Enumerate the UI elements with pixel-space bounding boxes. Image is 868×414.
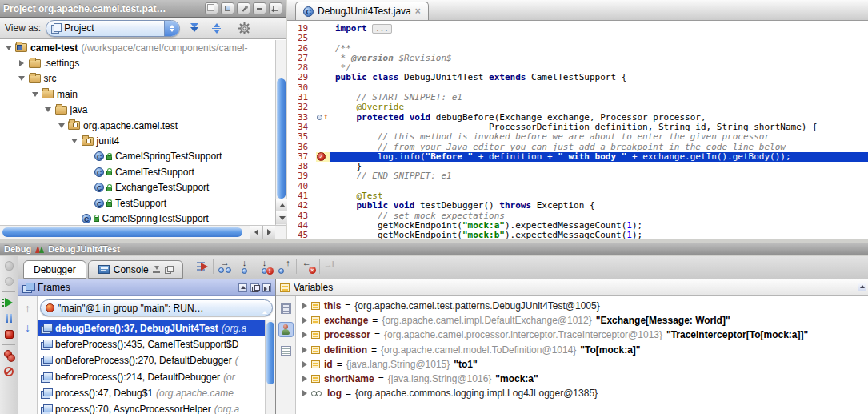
code-editor[interactable]: 19import ...2526/**27 * @version $Revisi… [287,22,868,239]
scroll-right-button[interactable] [262,226,275,239]
overrides-method-icon[interactable]: ↑ [317,113,328,122]
variable-row[interactable]: exchange = {org.apache.camel.impl.Defaul… [296,313,868,328]
show-execution-point-button[interactable] [193,259,210,275]
line-number[interactable]: 36 [294,143,316,152]
tab-debugger[interactable]: Debugger [23,260,86,279]
thread-selector[interactable]: "main"@1 in group "main": RUN… [40,299,273,316]
variable-row[interactable]: definition = {org.apache.camel.model.ToD… [296,343,868,357]
force-step-into-button[interactable]: ↓! [256,259,274,275]
hide-panel-icon[interactable] [262,283,271,292]
dock-tab-icon[interactable] [153,266,161,274]
view-options-button[interactable] [278,343,294,358]
gutter-icon-area[interactable] [316,182,330,191]
hscroll-thumb[interactable] [2,227,242,237]
pin-window-icon[interactable] [237,2,250,14]
line-number[interactable]: 39 [294,171,316,181]
gutter-icon-area[interactable] [316,143,330,152]
pause-button[interactable] [2,312,15,324]
scroll-left-button[interactable] [250,226,262,239]
float-tab-icon[interactable] [165,266,173,274]
variable-row[interactable]: log = {org.apache.commons.logging.impl.L… [296,386,868,400]
expand-arrow-icon[interactable] [302,376,307,382]
previous-frame-button[interactable]: ↑ [25,303,30,314]
close-tab-icon[interactable]: × [415,6,421,16]
expand-arrow-icon[interactable] [302,317,307,324]
stack-frame-row[interactable]: onBeforeProcess():270, DefaultDebugger ( [38,352,275,368]
resume-button[interactable] [2,296,15,308]
tree-item-camel-test[interactable]: camel-test (/workspace/camel/components/… [0,40,275,55]
pop-frame-button[interactable]: ←× [299,259,317,275]
view-as-select[interactable]: Project [46,20,180,37]
line-number[interactable]: 45 [294,231,316,239]
expand-arrow-icon[interactable] [302,347,307,353]
expand-arrow-icon[interactable] [302,390,307,396]
gutter-icon-area[interactable] [316,191,330,201]
line-number[interactable]: 35 [294,132,316,142]
pop-frame-icon[interactable] [238,283,247,292]
gutter-icon-area[interactable] [316,54,330,63]
variable-row[interactable]: shortName = {java.lang.String@1016}"mock… [296,372,868,386]
settings-gear-button[interactable] [235,20,253,36]
scroll-down-button[interactable] [275,211,288,224]
gutter-icon-area[interactable] [316,132,330,142]
step-over-button[interactable]: → [216,259,234,275]
rerun-button[interactable] [2,259,15,271]
tree-item-cameltestsupport[interactable]: CCamelTestSupport [0,164,275,179]
variable-row[interactable]: processor = {org.apache.camel.processor.… [296,328,868,342]
step-out-button[interactable]: ↑ [276,259,294,275]
tree-item-java[interactable]: java [0,102,275,118]
tree-item-camelspringtestsupport[interactable]: CCamelSpringTestSupport [0,211,275,225]
collapse-all-button[interactable] [207,20,225,36]
project-tree-hscrollbar[interactable] [0,225,286,239]
chevron-down-icon[interactable] [17,74,27,84]
stack-frame-row[interactable]: process():47, Debug$1 (org.apache.came [38,385,275,401]
vscroll-thumb[interactable] [277,78,286,199]
gutter-icon-area[interactable] [316,63,330,73]
gutter-icon-area[interactable] [316,34,330,43]
editor-tab[interactable]: C DebugJUnit4Test.java × [295,2,429,20]
gutter-icon-area[interactable] [316,123,330,132]
expand-arrow-icon[interactable] [302,332,307,338]
gutter-icon-area[interactable] [316,221,330,231]
chevron-down-icon[interactable] [30,89,40,99]
gutter-icon-area[interactable] [316,93,330,102]
expand-arrow-icon[interactable] [302,303,307,309]
panel-options-icon[interactable] [858,283,866,291]
tree-item-junit4[interactable]: junit4 [0,133,275,148]
tree-item--settings[interactable]: .settings [0,55,275,70]
gutter-icon-area[interactable] [316,44,330,54]
mute-breakpoints-button[interactable] [2,365,15,377]
gutter-icon-area[interactable] [316,83,330,93]
stack-frame-row[interactable]: process():70, AsyncProcessorHelper (org.… [38,401,275,414]
line-number[interactable]: 29 [294,73,316,82]
scroll-up-button[interactable] [275,199,288,211]
dock-window-icon[interactable] [221,2,234,14]
next-frame-button[interactable]: ↓ [25,322,30,333]
tree-item-camelspringtestsupport[interactable]: CCamelSpringTestSupport [0,149,275,164]
chevron-down-icon[interactable] [43,105,54,115]
float-panel-icon[interactable] [250,283,259,292]
gutter-icon-area[interactable]: ↑ [316,113,330,123]
tree-item-org-apache-camel-test[interactable]: org.apache.camel.test [0,118,275,133]
gutter-icon-area[interactable] [316,211,330,221]
gutter-icon-area[interactable] [316,201,330,211]
breakpoint-icon[interactable] [317,152,326,161]
gutter-icon-area[interactable] [316,231,330,239]
tree-item-src[interactable]: src [0,71,275,86]
gutter-icon-area[interactable] [316,73,330,82]
minimize-window-icon[interactable] [253,2,266,14]
variable-row[interactable]: id = {java.lang.String@1015}"to1" [296,357,868,372]
chevron-down-icon[interactable] [3,42,14,53]
step-into-button[interactable]: ↓ [236,259,254,275]
tree-item-main[interactable]: main [0,86,275,102]
line-number[interactable]: 42 [294,201,316,211]
gutter-icon-area[interactable] [316,162,330,171]
chevron-down-icon[interactable] [70,136,80,147]
line-number[interactable]: 25 [294,34,316,43]
hide-window-icon[interactable] [269,2,282,14]
chevron-down-icon[interactable] [56,120,66,131]
stack-frame-row[interactable]: beforeProcess():435, CamelTestSupport$D [38,336,275,352]
tree-item-testsupport[interactable]: CTestSupport [0,195,275,211]
frames-vscrollbar[interactable] [265,320,275,414]
vscroll-thumb[interactable] [266,322,274,384]
